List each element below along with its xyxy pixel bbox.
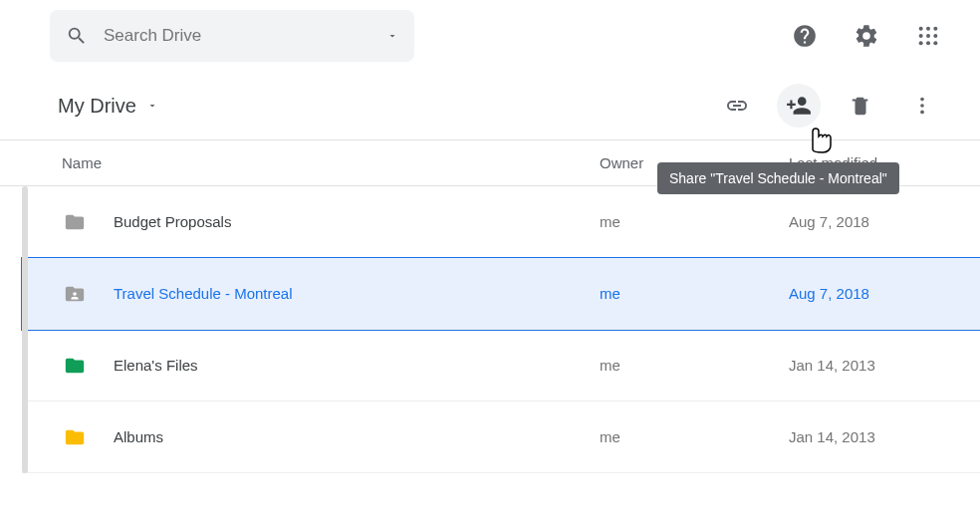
file-owner: me	[600, 213, 789, 230]
svg-point-4	[926, 34, 930, 38]
file-row[interactable]: Elena's FilesmeJan 14, 2013	[22, 330, 980, 401]
scroll-indicator[interactable]	[22, 186, 28, 473]
file-owner: me	[600, 357, 789, 374]
svg-point-7	[926, 41, 930, 45]
file-row[interactable]: Travel Schedule - MontrealmeAug 7, 2018	[22, 258, 980, 330]
header-name[interactable]: Name	[62, 154, 600, 171]
file-name: Budget Proposals	[114, 213, 231, 230]
search-icon	[66, 25, 88, 47]
svg-point-1	[926, 27, 930, 31]
file-row[interactable]: AlbumsmeJan 14, 2013	[22, 401, 980, 473]
file-owner: me	[600, 285, 789, 302]
more-button[interactable]	[900, 84, 944, 128]
svg-point-3	[919, 34, 923, 38]
folder-icon	[62, 355, 88, 377]
file-list: Budget ProposalsmeAug 7, 2018Travel Sche…	[22, 186, 980, 473]
svg-point-10	[920, 104, 924, 108]
file-modified: Jan 14, 2013	[789, 357, 972, 374]
file-name: Albums	[114, 428, 163, 445]
breadcrumb-label: My Drive	[58, 95, 136, 118]
svg-point-5	[933, 34, 937, 38]
help-button[interactable]	[783, 14, 827, 58]
folder-icon	[62, 426, 88, 448]
apps-button[interactable]	[906, 14, 950, 58]
search-bar[interactable]	[50, 10, 414, 62]
svg-point-6	[919, 41, 923, 45]
svg-point-0	[919, 27, 923, 31]
file-row[interactable]: Budget ProposalsmeAug 7, 2018	[22, 186, 980, 258]
breadcrumb[interactable]: My Drive	[58, 95, 707, 118]
file-name: Elena's Files	[114, 357, 198, 374]
svg-point-8	[933, 41, 937, 45]
svg-point-11	[920, 111, 924, 115]
chevron-down-icon	[146, 100, 158, 112]
folder-icon	[62, 211, 88, 233]
svg-point-9	[920, 98, 924, 102]
file-modified: Aug 7, 2018	[789, 213, 972, 230]
folder-icon	[62, 283, 88, 305]
file-modified: Aug 7, 2018	[789, 285, 972, 302]
svg-point-2	[933, 27, 937, 31]
share-button[interactable]	[777, 84, 821, 128]
file-name: Travel Schedule - Montreal	[114, 285, 293, 302]
settings-button[interactable]	[845, 14, 888, 58]
file-modified: Jan 14, 2013	[789, 428, 972, 445]
dropdown-icon[interactable]	[386, 30, 398, 42]
delete-button[interactable]	[839, 84, 882, 128]
get-link-button[interactable]	[715, 84, 759, 128]
file-owner: me	[600, 428, 789, 445]
share-tooltip: Share "Travel Schedule - Montreal"	[657, 162, 899, 194]
search-input[interactable]	[102, 25, 372, 47]
